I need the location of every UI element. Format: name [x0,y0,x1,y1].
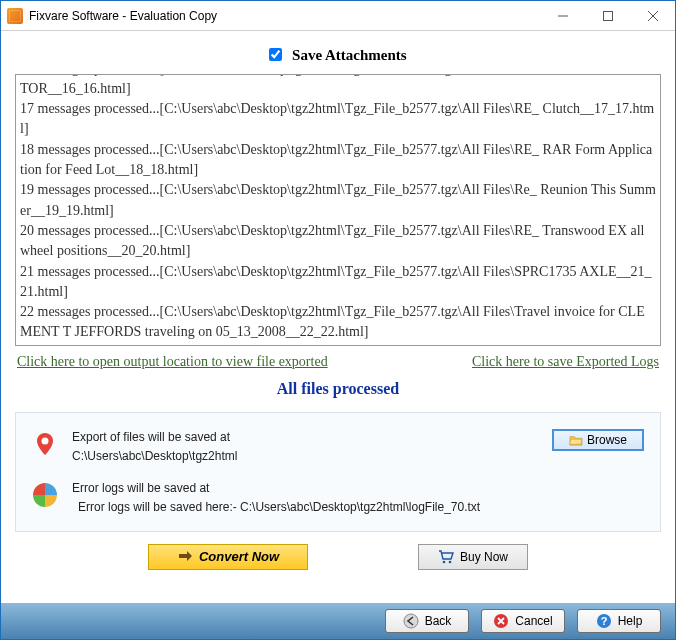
help-label: Help [618,614,643,628]
svg-point-4 [404,614,418,628]
save-attachments-checkbox[interactable] [269,48,282,61]
log-line: 22 messages processed...[C:\Users\abc\De… [20,302,656,343]
log-area[interactable]: 15 messages processed...[C:\Users\abc\De… [15,74,661,346]
close-button[interactable] [630,1,675,30]
main-content: Save Attachments 15 messages processed..… [1,31,675,580]
convert-icon [177,549,193,565]
log-line: 20 messages processed...[C:\Users\abc\De… [20,221,656,262]
destination-panel: Export of files will be saved at C:\User… [15,412,661,532]
export-destination-label: Export of files will be saved at [72,429,538,446]
window-controls [540,1,675,30]
help-button[interactable]: ? Help [577,609,661,633]
log-line: 21 messages processed...[C:\Users\abc\De… [20,262,656,303]
browse-button[interactable]: Browse [552,429,644,451]
convert-now-label: Convert Now [199,549,279,564]
svg-point-3 [449,560,452,563]
minimize-button[interactable] [540,1,585,30]
help-icon: ? [596,613,612,629]
svg-point-2 [443,560,446,563]
back-button[interactable]: Back [385,609,469,633]
cancel-icon [493,613,509,629]
cancel-label: Cancel [515,614,552,628]
pie-chart-icon [32,482,58,508]
open-output-link[interactable]: Click here to open output location to vi… [17,354,328,370]
window-title: Fixvare Software - Evaluation Copy [29,9,217,23]
status-message: All files processed [15,376,661,412]
error-log-label: Error logs will be saved at [72,480,644,497]
save-attachments-row: Save Attachments [15,41,661,74]
titlebar: Fixvare Software - Evaluation Copy [1,1,675,31]
log-line: 16 messages processed...[C:\Users\abc\De… [20,74,656,99]
buy-now-button[interactable]: Buy Now [418,544,528,570]
error-log-path: Error logs will be saved here:- C:\Users… [72,499,644,516]
svg-text:?: ? [600,615,607,627]
convert-now-button[interactable]: Convert Now [148,544,308,570]
maximize-button[interactable] [585,1,630,30]
svg-point-1 [42,438,49,445]
log-line: 17 messages processed...[C:\Users\abc\De… [20,99,656,140]
log-line: 18 messages processed...[C:\Users\abc\De… [20,140,656,181]
error-log-row: Error logs will be saved at Error logs w… [32,480,644,517]
buy-now-label: Buy Now [460,550,508,564]
browse-button-label: Browse [587,433,627,447]
svg-rect-0 [603,11,612,20]
back-arrow-icon [403,613,419,629]
location-pin-icon [32,431,58,457]
save-logs-link[interactable]: Click here to save Exported Logs [472,354,659,370]
error-log-text: Error logs will be saved at Error logs w… [72,480,644,517]
save-attachments-text: Save Attachments [292,47,407,63]
save-attachments-label[interactable]: Save Attachments [269,47,406,63]
export-destination-text: Export of files will be saved at C:\User… [72,429,538,466]
folder-icon [569,434,583,446]
export-destination-path: C:\Users\abc\Desktop\tgz2html [72,448,538,465]
cart-icon [438,550,454,564]
action-row: Convert Now Buy Now [15,538,661,580]
back-label: Back [425,614,452,628]
cancel-button[interactable]: Cancel [481,609,565,633]
app-icon [7,8,23,24]
links-row: Click here to open output location to vi… [15,346,661,376]
footer-bar: Back Cancel ? Help [1,603,675,639]
log-line: 19 messages processed...[C:\Users\abc\De… [20,180,656,221]
export-destination-row: Export of files will be saved at C:\User… [32,429,644,466]
